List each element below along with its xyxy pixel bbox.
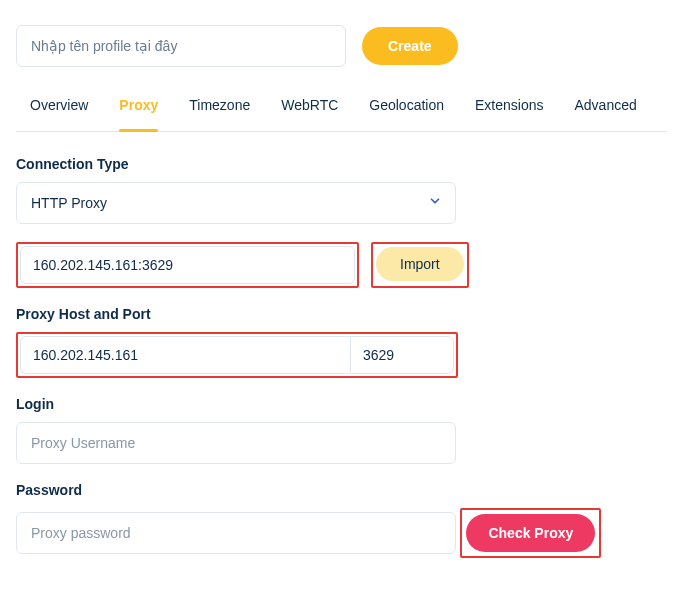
login-label: Login <box>16 396 667 412</box>
proxy-password-input[interactable] <box>16 512 456 554</box>
password-label: Password <box>16 482 667 498</box>
tab-advanced[interactable]: Advanced <box>575 97 637 123</box>
tabs-bar: Overview Proxy Timezone WebRTC Geolocati… <box>16 97 667 132</box>
connection-type-select[interactable]: HTTP Proxy <box>16 182 456 224</box>
proxy-string-input[interactable] <box>20 246 355 284</box>
tab-timezone[interactable]: Timezone <box>189 97 250 123</box>
proxy-string-highlight <box>16 242 359 288</box>
profile-name-input[interactable] <box>16 25 346 67</box>
check-proxy-button[interactable]: Check Proxy <box>466 514 595 552</box>
host-port-highlight <box>16 332 458 378</box>
proxy-settings-panel: Create Overview Proxy Timezone WebRTC Ge… <box>0 0 683 572</box>
check-proxy-highlight: Check Proxy <box>460 508 601 558</box>
tab-proxy[interactable]: Proxy <box>119 97 158 123</box>
tab-overview[interactable]: Overview <box>30 97 88 123</box>
tab-extensions[interactable]: Extensions <box>475 97 543 123</box>
create-button[interactable]: Create <box>362 27 458 65</box>
proxy-host-input[interactable] <box>20 336 350 374</box>
tab-geolocation[interactable]: Geolocation <box>369 97 444 123</box>
connection-type-label: Connection Type <box>16 156 667 172</box>
tab-webrtc[interactable]: WebRTC <box>281 97 338 123</box>
top-row: Create <box>16 25 667 67</box>
connection-type-value: HTTP Proxy <box>16 182 456 224</box>
host-port-label: Proxy Host and Port <box>16 306 667 322</box>
proxy-username-input[interactable] <box>16 422 456 464</box>
import-button[interactable]: Import <box>376 247 464 281</box>
proxy-port-input[interactable] <box>350 336 454 374</box>
proxy-import-row: Import <box>16 242 667 288</box>
import-button-highlight: Import <box>371 242 469 288</box>
